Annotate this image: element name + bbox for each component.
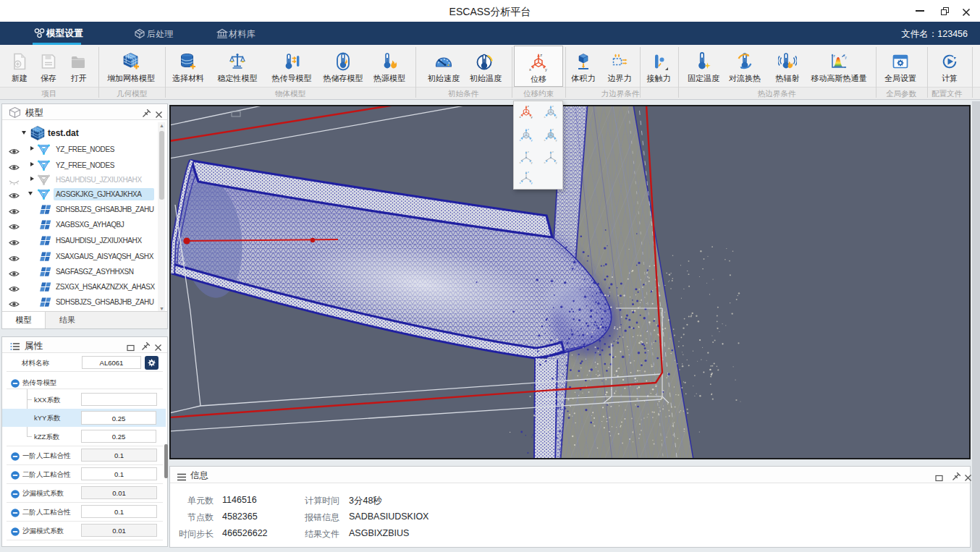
svg-text:z: z: [552, 104, 554, 108]
svg-text:y: y: [531, 181, 533, 184]
svg-text:z: z: [540, 53, 542, 57]
svg-text:z: z: [552, 127, 554, 131]
svg-text:z: z: [528, 127, 529, 131]
svg-text:x: x: [519, 115, 521, 119]
svg-text:y: y: [531, 161, 533, 164]
svg-text:z: z: [528, 150, 529, 153]
svg-text:x: x: [519, 161, 521, 164]
svg-text:y: y: [531, 138, 533, 142]
svg-text:z: z: [552, 150, 554, 153]
svg-text:x: x: [544, 115, 546, 119]
svg-text:x: x: [544, 161, 546, 164]
svg-text:y: y: [531, 115, 533, 119]
svg-text:x: x: [519, 138, 521, 142]
svg-text:z: z: [528, 170, 529, 174]
svg-text:x: x: [519, 181, 521, 184]
svg-text:y: y: [556, 138, 558, 142]
svg-text:y: y: [556, 115, 558, 119]
svg-text:x: x: [544, 138, 546, 142]
svg-text:x: x: [529, 67, 531, 72]
svg-text:y: y: [545, 67, 547, 72]
svg-text:z: z: [833, 54, 835, 58]
svg-text:y: y: [556, 161, 558, 164]
svg-text:y: y: [845, 55, 847, 59]
svg-text:z: z: [528, 104, 529, 108]
